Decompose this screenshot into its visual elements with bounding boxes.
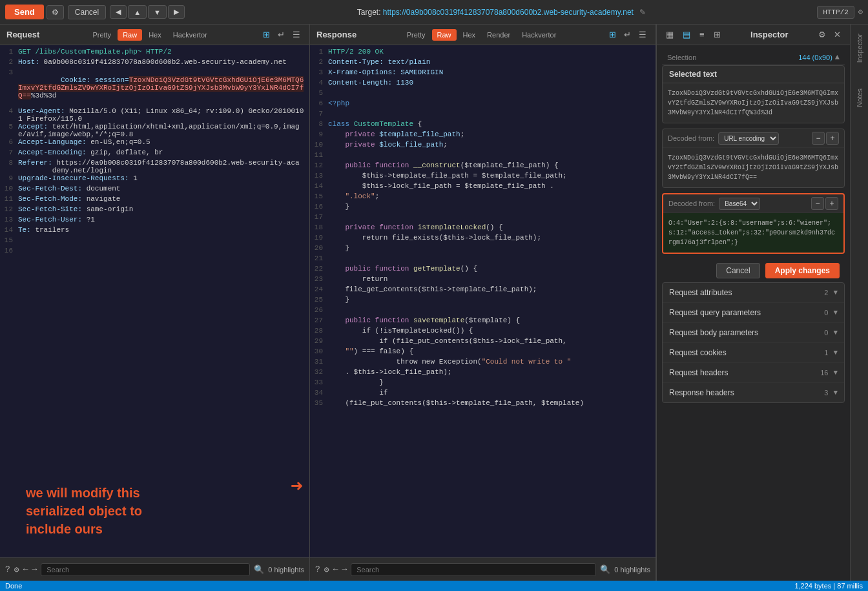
inspector-header: ▦ ▤ ≡ ⊞ Inspector ⚙ ✕ [657, 25, 850, 45]
forward-button[interactable]: ▶ [168, 5, 185, 19]
attr-row-1[interactable]: Request query parameters 0 ▼ [663, 303, 844, 323]
tab-request-pretty[interactable]: Pretty [87, 29, 116, 41]
request-forward-icon[interactable]: → [32, 565, 37, 574]
request-line-8: 8 Referer: https://0a9b008c0319f41283707… [0, 159, 309, 174]
request-panel: Request Pretty Raw Hex Hackvertor ⊞ ↵ ☰ … [0, 25, 310, 581]
annotation: we will modify thisserialized object toi… [26, 484, 142, 538]
request-icon-2[interactable]: ↵ [275, 28, 287, 41]
annotation-text: we will modify thisserialized object toi… [26, 484, 142, 538]
response-back-icon[interactable]: ← [333, 565, 338, 574]
down-button[interactable]: ▼ [148, 5, 167, 19]
back-button[interactable]: ◀ [110, 5, 127, 19]
decoded-base64-btns: − + [811, 197, 838, 210]
response-panel-header: Response Pretty Raw Hex Render Hackverto… [310, 25, 656, 45]
tab-response-hex[interactable]: Hex [458, 29, 481, 41]
up-button[interactable]: ▲ [128, 5, 147, 19]
request-help-icon[interactable]: ? [5, 565, 10, 574]
response-icon-1[interactable]: ⊞ [606, 28, 619, 41]
selected-text-section: Selected text TzoxNDoiQ3VzdGt9tVGVtcGxhd… [662, 65, 845, 123]
apply-changes-btn[interactable]: Apply changes [765, 263, 840, 278]
decoded-base64-select[interactable]: Base64 [719, 198, 760, 210]
request-back-icon[interactable]: ← [23, 565, 28, 574]
tab-request-hackvertor[interactable]: Hackvertor [168, 29, 212, 41]
tab-request-hex[interactable]: Hex [143, 29, 167, 41]
target-info: Target: https://0a9b008c0319f412837078a8… [191, 8, 812, 17]
decoded-base64-minus[interactable]: − [811, 197, 824, 210]
response-search-icon[interactable]: 🔍 [600, 565, 610, 575]
request-search-input[interactable] [41, 563, 250, 576]
decoded-url-label: Decoded from: [668, 134, 714, 142]
request-settings-icon[interactable]: ⚙ [14, 565, 19, 575]
response-icon-3[interactable]: ☰ [636, 28, 649, 41]
response-bottom-bar: ? ⚙ ← → 🔍 0 highlights [310, 557, 656, 581]
inspector-icon-list[interactable]: ▤ [680, 28, 693, 41]
edit-icon[interactable]: ✎ [639, 8, 646, 17]
request-line-1: 1 GET /libs/CustomTemplate.php~ HTTP/2 [0, 48, 309, 58]
cancel-button[interactable]: Cancel [68, 5, 106, 19]
decoded-url-minus[interactable]: − [812, 132, 825, 145]
tab-request-raw[interactable]: Raw [118, 29, 142, 41]
status-text: Done [5, 582, 22, 590]
request-icon-1[interactable]: ⊞ [260, 28, 273, 41]
inspector-icon-grid[interactable]: ▦ [663, 28, 676, 41]
inspector-panel: ▦ ▤ ≡ ⊞ Inspector ⚙ ✕ Selection 144 (0x9… [656, 25, 850, 581]
decoded-base64-row: Decoded from: Base64 − + [663, 194, 843, 213]
sidebar-notes-label[interactable]: Notes [854, 85, 865, 111]
selection-value: 144 (0x90) [798, 54, 832, 61]
decoded-base64-content[interactable]: O:4:"User":2:{s:8:"username";s:6:"wiener… [663, 213, 843, 253]
inspector-close-icon[interactable]: ✕ [831, 28, 843, 41]
decoded-url-plus[interactable]: + [826, 132, 839, 145]
request-bottom-bar: ? ⚙ ← → 🔍 0 highlights [0, 557, 309, 581]
main-area: Request Pretty Raw Hex Hackvertor ⊞ ↵ ☰ … [0, 25, 868, 581]
inspector-icon-split[interactable]: ⊞ [711, 28, 723, 41]
request-title: Request [6, 30, 39, 39]
response-panel: Response Pretty Raw Hex Render Hackverto… [310, 25, 656, 581]
response-search-input[interactable] [351, 563, 596, 576]
request-line-3: 3 Cookie: session=TzoxNDoiQ3VzdGt9tVGVtc… [0, 68, 309, 107]
inspector-icon-align[interactable]: ≡ [697, 28, 707, 41]
send-button[interactable]: Send [5, 5, 44, 19]
selection-expand-icon[interactable]: ▲ [835, 53, 840, 62]
decoded-url-row: Decoded from: URL encoding − + [663, 129, 844, 148]
response-title: Response [316, 30, 356, 39]
target-url: https://0a9b008c0319f412837078a800d600b2… [383, 8, 634, 17]
right-sidebar: Inspector Notes [850, 25, 868, 581]
attr-row-2[interactable]: Request body parameters 0 ▼ [663, 323, 844, 343]
inspector-title: Inspector [750, 30, 789, 39]
selection-label: Selection [667, 54, 696, 61]
tab-response-raw[interactable]: Raw [432, 29, 457, 41]
decoded-url-content: TzoxNDoiQ3VzdGt9tVGVtcGxhdGUiOjE6e3M6MTQ… [663, 148, 844, 187]
response-code-area: 1HTTP/2 200 OK 2Content-Type: text/plain… [310, 45, 656, 557]
request-line-6: 6 Accept-Language: en-US,en;q=0.5 [0, 138, 309, 149]
nav-buttons: ◀ ▲ ▼ ▶ [110, 5, 185, 19]
decoded-base64-plus[interactable]: + [825, 197, 838, 210]
inspector-settings-icon[interactable]: ⚙ [816, 28, 829, 41]
annotation-arrow: ➜ [291, 473, 303, 499]
response-forward-icon[interactable]: → [342, 565, 347, 574]
sidebar-inspector-label[interactable]: Inspector [854, 30, 865, 67]
response-help-icon[interactable]: ? [315, 565, 320, 574]
inspector-actions: ⚙ ✕ [816, 28, 843, 41]
decoded-base64-label: Decoded from: [668, 200, 715, 207]
response-icon-2[interactable]: ↵ [621, 28, 634, 41]
attr-row-3[interactable]: Request cookies 1 ▼ [663, 343, 844, 363]
tab-response-render[interactable]: Render [482, 29, 515, 41]
tab-response-hackvertor[interactable]: Hackvertor [517, 29, 561, 41]
tab-response-pretty[interactable]: Pretty [402, 29, 431, 41]
response-settings-icon[interactable]: ⚙ [324, 565, 329, 575]
http-settings-icon[interactable]: ⚙ [858, 7, 863, 17]
decoded-url-section: Decoded from: URL encoding − + TzoxNDoiQ… [662, 129, 845, 188]
decoded-url-select[interactable]: URL encoding [718, 132, 779, 145]
attr-row-5[interactable]: Response headers 3 ▼ [663, 383, 844, 402]
request-search-icon[interactable]: 🔍 [254, 565, 264, 575]
request-icon-3[interactable]: ☰ [290, 28, 303, 41]
attributes-list: Request attributes 2 ▼ Request query par… [662, 282, 845, 403]
attr-row-4[interactable]: Request headers 16 ▼ [663, 363, 844, 383]
attr-row-0[interactable]: Request attributes 2 ▼ [663, 283, 844, 303]
decoded-url-btns: − + [812, 132, 839, 145]
request-line-11: 11 Sec-Fetch-Mode: navigate [0, 195, 309, 205]
request-panel-header: Request Pretty Raw Hex Hackvertor ⊞ ↵ ☰ [0, 25, 309, 45]
cancel-btn[interactable]: Cancel [716, 263, 760, 278]
request-tab-icons: ⊞ ↵ ☰ [260, 28, 303, 41]
settings-button[interactable]: ⚙ [46, 5, 64, 19]
